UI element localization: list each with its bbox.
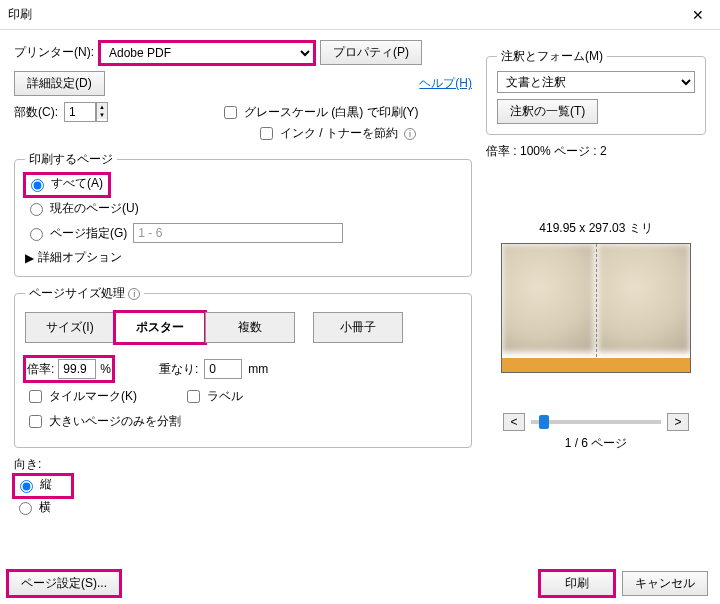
scale-unit: % bbox=[100, 362, 111, 376]
sizing-legend: ページサイズ処理 bbox=[29, 286, 125, 300]
overlap-input[interactable] bbox=[204, 359, 242, 379]
next-page-button[interactable]: > bbox=[667, 413, 689, 431]
pages-range-radio[interactable]: ページ指定(G) bbox=[25, 225, 127, 242]
spin-down-icon[interactable]: ▼ bbox=[97, 111, 107, 119]
tab-poster[interactable]: ポスター bbox=[115, 312, 205, 343]
page-slider[interactable] bbox=[531, 420, 661, 424]
advanced-button[interactable]: 詳細設定(D) bbox=[14, 71, 105, 96]
copies-spinner[interactable]: ▲▼ bbox=[64, 102, 108, 122]
orientation-portrait-radio[interactable]: 縦 bbox=[15, 476, 52, 493]
overlap-unit: mm bbox=[248, 362, 268, 376]
info-icon: i bbox=[404, 128, 416, 140]
printer-label: プリンター(N): bbox=[14, 44, 94, 61]
properties-button[interactable]: プロパティ(P) bbox=[320, 40, 422, 65]
pages-range-input[interactable] bbox=[133, 223, 343, 243]
page-counter: 1 / 6 ページ bbox=[486, 435, 706, 452]
labels-checkbox[interactable]: ラベル bbox=[183, 387, 243, 406]
pages-legend: 印刷するページ bbox=[25, 151, 117, 168]
overlap-label: 重なり: bbox=[159, 361, 198, 378]
window-title: 印刷 bbox=[8, 6, 32, 23]
annotations-list-button[interactable]: 注釈の一覧(T) bbox=[497, 99, 598, 124]
pages-current-radio[interactable]: 現在のページ(U) bbox=[25, 200, 139, 217]
orientation-landscape-radio[interactable]: 横 bbox=[14, 499, 51, 516]
help-link[interactable]: ヘルプ(H) bbox=[419, 75, 472, 92]
info-icon: i bbox=[128, 288, 140, 300]
annotations-legend: 注釈とフォーム(M) bbox=[497, 48, 607, 65]
cancel-button[interactable]: キャンセル bbox=[622, 571, 708, 596]
copies-input[interactable] bbox=[64, 102, 96, 122]
print-button[interactable]: 印刷 bbox=[540, 571, 614, 596]
prev-page-button[interactable]: < bbox=[503, 413, 525, 431]
close-icon[interactable]: ✕ bbox=[684, 5, 712, 25]
scale-page-info: 倍率 : 100% ページ : 2 bbox=[486, 143, 706, 160]
scale-input[interactable] bbox=[58, 359, 96, 379]
preview-dims: 419.95 x 297.03 ミリ bbox=[486, 220, 706, 237]
tab-size[interactable]: サイズ(I) bbox=[25, 312, 115, 343]
tab-multi[interactable]: 複数 bbox=[205, 312, 295, 343]
tilemarks-checkbox[interactable]: タイルマーク(K) bbox=[25, 387, 137, 406]
copies-label: 部数(C): bbox=[14, 104, 58, 121]
save-ink-checkbox[interactable]: インク / トナーを節約 bbox=[256, 124, 398, 143]
large-only-checkbox[interactable]: 大きいページのみを分割 bbox=[25, 412, 181, 431]
pages-all-radio[interactable]: すべて(A) bbox=[26, 175, 103, 192]
annotations-select[interactable]: 文書と注釈 bbox=[497, 71, 695, 93]
page-setup-button[interactable]: ページ設定(S)... bbox=[8, 571, 120, 596]
preview-thumbnail bbox=[501, 243, 691, 373]
sizing-fieldset: ページサイズ処理 i サイズ(I) ポスター 複数 小冊子 倍率: % 重なり:… bbox=[14, 285, 472, 448]
grayscale-checkbox[interactable]: グレースケール (白黒) で印刷(Y) bbox=[220, 103, 419, 122]
tab-booklet[interactable]: 小冊子 bbox=[313, 312, 403, 343]
triangle-right-icon: ▶ bbox=[25, 251, 34, 265]
sizing-tabs: サイズ(I) ポスター 複数 小冊子 bbox=[25, 312, 461, 343]
printer-select[interactable]: Adobe PDF bbox=[100, 42, 314, 64]
pages-fieldset: 印刷するページ すべて(A) 現在のページ(U) ページ指定(G) bbox=[14, 151, 472, 277]
annotations-fieldset: 注釈とフォーム(M) 文書と注釈 注釈の一覧(T) bbox=[486, 48, 706, 135]
advanced-options-toggle[interactable]: ▶ 詳細オプション bbox=[25, 249, 461, 266]
spin-up-icon[interactable]: ▲ bbox=[97, 103, 107, 111]
orientation-legend: 向き: bbox=[14, 456, 472, 473]
scale-label: 倍率: bbox=[27, 361, 54, 378]
